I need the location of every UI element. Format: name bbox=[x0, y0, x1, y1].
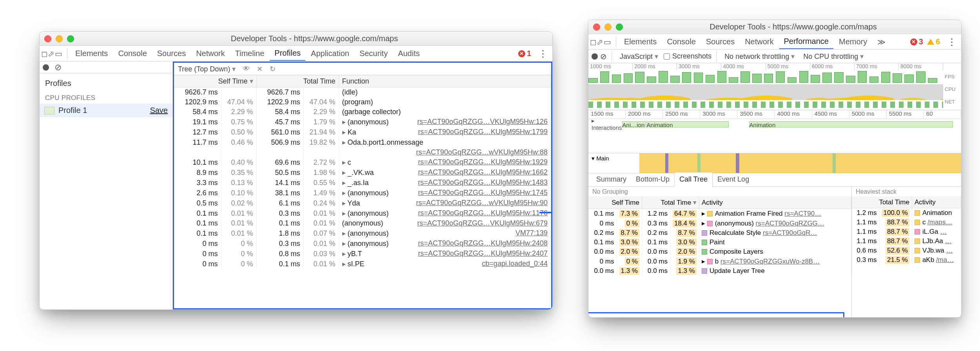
table-row[interactable]: 3.3 ms0.13 %14.1 ms0.55 %_.as.Iars=ACT90… bbox=[174, 178, 551, 188]
source-link[interactable]: rs=ACT90oGqR… bbox=[763, 229, 817, 236]
source-link[interactable]: rs=ACT90oGqRZGGxuWo-z8B… bbox=[720, 258, 820, 265]
kebab-menu-icon[interactable]: ⋮ bbox=[535, 48, 551, 59]
table-row[interactable]: 0.5 ms0.02 %6.1 ms0.24 %Ydars=ACT90oGqRZ… bbox=[174, 198, 551, 208]
calltree-table[interactable]: Self Time Total Time Activity 0.1 ms7.3 … bbox=[588, 197, 851, 276]
close-icon[interactable]: ✕ bbox=[257, 65, 263, 73]
close-icon[interactable] bbox=[593, 24, 600, 31]
minimize-icon[interactable] bbox=[56, 35, 63, 42]
col-self[interactable]: Self Time bbox=[174, 75, 256, 87]
table-row[interactable]: 0.1 ms3.0 %0.1 ms3.0 %Paint bbox=[588, 238, 851, 247]
source-link[interactable]: rs=ACT90oGqRZGG…wVKUlgM95Hw:88 bbox=[416, 148, 548, 156]
tab-elements[interactable]: Elements bbox=[71, 47, 113, 60]
network-throttle-dropdown[interactable]: No network throttling bbox=[721, 51, 798, 62]
error-count[interactable]: ✕1 bbox=[518, 49, 534, 58]
tab-memory[interactable]: Memory bbox=[834, 35, 872, 49]
col-activity[interactable]: Activity bbox=[699, 197, 851, 209]
titlebar[interactable]: Developer Tools - https://www.google.com… bbox=[40, 32, 552, 46]
reload-icon[interactable]: ↻ bbox=[270, 65, 276, 73]
tab-performance[interactable]: Performance bbox=[779, 35, 834, 49]
table-row[interactable]: 19.1 ms0.75 %45.7 ms1.79 %(anonymous)rs=… bbox=[174, 117, 551, 127]
table-row[interactable]: 0.1 ms7.3 %1.2 ms64.7 %▸ Animation Frame… bbox=[588, 209, 851, 219]
table-row[interactable]: 0.1 ms0.01 %0.3 ms0.01 %(anonymous)rs=AC… bbox=[174, 208, 551, 218]
tab-audits[interactable]: Audits bbox=[393, 47, 425, 60]
col-activity[interactable]: Activity bbox=[912, 197, 961, 208]
tab-profiles[interactable]: Profiles bbox=[270, 46, 305, 61]
flame-chart[interactable] bbox=[639, 153, 961, 173]
col-function[interactable]: Function bbox=[339, 75, 551, 87]
tab-network[interactable]: Network bbox=[191, 47, 229, 60]
source-link[interactable]: … bbox=[945, 237, 952, 245]
table-row[interactable]: rs=ACT90oGqRZGG…wVKUlgM95Hw:88 bbox=[174, 147, 551, 157]
tab-sources[interactable]: Sources bbox=[701, 35, 739, 49]
profile-item[interactable]: Profile 1 Save bbox=[40, 104, 172, 117]
tab-security[interactable]: Security bbox=[355, 47, 392, 60]
table-row[interactable]: 10.1 ms0.40 %69.6 ms2.72 %crs=ACT90oGqRZ… bbox=[174, 157, 551, 167]
eye-icon[interactable]: 👁 bbox=[243, 65, 250, 73]
source-link[interactable]: rs=ACT90oGqRZGG…KUlgM95Hw:1483 bbox=[418, 178, 548, 186]
table-row[interactable]: 58.4 ms2.29 %58.4 ms2.29 %(garbage colle… bbox=[174, 107, 551, 117]
source-link[interactable]: rs=ACT90oGqRZGG…KUlgM95Hw:1799 bbox=[418, 128, 548, 136]
minimize-icon[interactable] bbox=[604, 24, 612, 31]
source-link[interactable]: rs=ACT90oGqRZGG…VKUlgM95Hw:679 bbox=[417, 219, 548, 227]
source-link[interactable]: cb=gapi.loaded_0:44 bbox=[482, 260, 548, 267]
self-total-table[interactable]: Self Time Total Time Function 9626.7 ms9… bbox=[174, 75, 551, 269]
dtab-eventlog[interactable]: Event Log bbox=[713, 173, 754, 186]
tab-application[interactable]: Application bbox=[306, 47, 354, 60]
table-row[interactable]: 0 ms0 %0.0 ms1.9 %▸ b rs=ACT90oGqRZGGxuW… bbox=[588, 256, 851, 266]
heaviest-table[interactable]: Total Time Activity 1.2 ms100.0 %Animati… bbox=[852, 197, 961, 265]
tab-sources[interactable]: Sources bbox=[152, 47, 191, 60]
table-row[interactable]: 0.6 ms52.6 %VJb.wa … bbox=[852, 246, 961, 255]
source-link[interactable]: rs=ACT90oGqRZGG…KUlgM95Hw:1662 bbox=[418, 168, 548, 176]
source-link[interactable]: rs=ACT90oGqRZGG…KUlgM95Hw:2407 bbox=[418, 249, 548, 257]
zoom-icon[interactable] bbox=[67, 35, 74, 42]
table-row[interactable]: 0 ms0 %0.1 ms0.01 %sI.PEcb=gapi.loaded_0… bbox=[174, 259, 551, 269]
table-row[interactable]: 0.1 ms0.01 %0.1 ms0.01 %(anonymous)rs=AC… bbox=[174, 218, 551, 228]
table-row[interactable]: 0.0 ms2.0 %0.0 ms2.0 %Composite Layers bbox=[588, 247, 851, 256]
table-row[interactable]: 8.9 ms0.35 %50.5 ms1.98 %_.VK.wars=ACT90… bbox=[174, 167, 551, 178]
table-row[interactable]: 1202.9 ms47.04 %1202.9 ms47.04 %(program… bbox=[174, 97, 551, 107]
table-row[interactable]: 1.1 ms88.7 %LJb.Aa … bbox=[852, 236, 961, 246]
cpu-throttle-dropdown[interactable]: No CPU throttling bbox=[800, 51, 867, 62]
clear-icon[interactable]: ⊘ bbox=[54, 62, 62, 73]
more-tabs-icon[interactable]: ≫ bbox=[873, 35, 890, 49]
close-icon[interactable] bbox=[44, 35, 51, 42]
tab-elements[interactable]: Elements bbox=[619, 35, 661, 49]
device-icon[interactable]: ▭ bbox=[53, 49, 64, 58]
tree-mode-dropdown[interactable]: Tree (Top Down) bbox=[178, 65, 236, 73]
source-link[interactable]: rs=ACT90oGqRZGG…VKUlgM95Hw:126 bbox=[417, 118, 548, 125]
screenshots-checkbox[interactable] bbox=[664, 53, 670, 60]
source-link[interactable]: /ma… bbox=[936, 256, 954, 264]
source-link[interactable]: rs=ACT90oGqRZGG…KUlgM95Hw:1929 bbox=[418, 158, 548, 166]
grouping-dropdown[interactable]: No Grouping bbox=[588, 187, 851, 197]
col-self[interactable]: Self Time bbox=[588, 197, 642, 209]
tab-console[interactable]: Console bbox=[113, 47, 151, 60]
source-link[interactable]: /maps… bbox=[927, 218, 952, 226]
inspect-icon[interactable]: ◻⬀ bbox=[590, 37, 601, 47]
dtab-bottomup[interactable]: Bottom-Up bbox=[631, 173, 674, 186]
table-row[interactable]: 11.7 ms0.46 %506.9 ms19.82 %Oda.b.port1.… bbox=[174, 137, 551, 147]
source-link[interactable]: rs=ACT90oGqRZGG…KUlgM95Hw:1745 bbox=[418, 189, 548, 196]
tab-console[interactable]: Console bbox=[662, 35, 700, 49]
device-icon[interactable]: ▭ bbox=[602, 37, 613, 47]
clear-icon[interactable]: ⊘ bbox=[600, 52, 607, 61]
record-icon[interactable] bbox=[43, 64, 49, 71]
dtab-calltree[interactable]: Call Tree bbox=[674, 172, 713, 187]
table-row[interactable]: 0.0 ms1.3 %0.0 ms1.3 %Update Layer Tree bbox=[588, 266, 851, 276]
overview[interactable]: 1000 ms2000 ms3000 ms4000 ms5000 ms6000 … bbox=[588, 63, 961, 110]
table-row[interactable]: 9626.7 ms9626.7 ms(idle) bbox=[174, 87, 551, 98]
error-count[interactable]: ✕3 bbox=[910, 37, 926, 46]
col-total[interactable]: Total Time bbox=[642, 197, 699, 209]
save-link[interactable]: Save bbox=[150, 106, 168, 115]
source-link[interactable]: rs=ACT90oGqRZGG… bbox=[756, 220, 824, 227]
source-link[interactable]: … bbox=[946, 247, 953, 254]
source-link[interactable]: … bbox=[940, 228, 947, 235]
col-total[interactable]: Total Time bbox=[852, 197, 912, 208]
record-icon[interactable] bbox=[592, 53, 598, 60]
warning-count[interactable]: 6 bbox=[927, 37, 943, 46]
table-row[interactable]: 0.3 ms21.5 %aKb /ma… bbox=[852, 255, 961, 265]
table-row[interactable]: 1.2 ms100.0 %Animation bbox=[852, 208, 961, 218]
tab-timeline[interactable]: Timeline bbox=[230, 47, 269, 60]
capture-dropdown[interactable]: JavaScript bbox=[617, 51, 661, 62]
inspect-icon[interactable]: ◻⬀ bbox=[41, 49, 52, 58]
table-row[interactable]: 0 ms0 %0.3 ms0.01 %(anonymous)rs=ACT90oG… bbox=[174, 238, 551, 249]
